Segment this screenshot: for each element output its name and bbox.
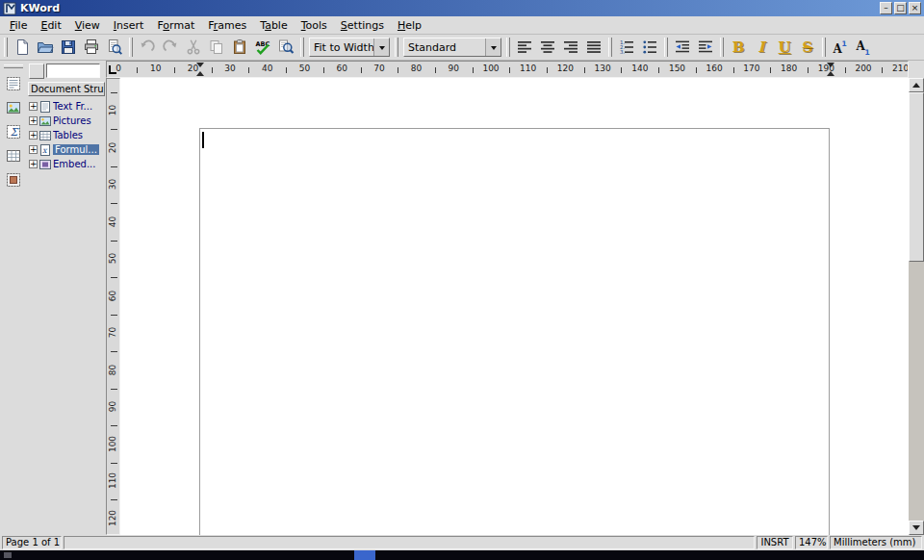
paste-button[interactable] (228, 36, 251, 59)
subscript-button[interactable]: A1 (852, 36, 875, 59)
ruler-label: 90 (108, 395, 120, 419)
ruler-label: 120 (557, 64, 574, 73)
expander-icon[interactable]: + (29, 116, 38, 125)
align-left-icon (516, 38, 533, 56)
menu-edit[interactable]: Edit (34, 17, 67, 34)
menu-insert[interactable]: Insert (107, 17, 151, 34)
toolbar-handle[interactable] (4, 38, 8, 57)
window-controls: –□× (878, 2, 921, 14)
vertical-ruler[interactable]: 102030405060708090100110120 (106, 78, 120, 535)
scroll-up-button[interactable] (909, 78, 924, 92)
insert-picture-frame-button[interactable] (2, 96, 25, 119)
style-combo[interactable]: Standard (403, 38, 501, 57)
ruler-label: 100 (482, 64, 499, 73)
zoom-combo-value: Fit to Width (310, 41, 373, 54)
toolbar-handle[interactable] (608, 38, 612, 57)
tr-table-icon-wrap (39, 130, 51, 141)
horizontal-ruler[interactable]: 0102030405060708090100110120130140150160… (106, 61, 909, 78)
scroll-down-button[interactable] (909, 521, 924, 535)
sidebar-text-input[interactable] (46, 64, 100, 78)
toolbar-handle[interactable] (664, 38, 668, 57)
doc-new-icon (13, 38, 31, 56)
menu-table[interactable]: Table (253, 17, 294, 34)
align-right-button[interactable] (559, 36, 582, 59)
cut-button[interactable] (182, 36, 205, 59)
bold-button[interactable]: B (727, 36, 750, 59)
menu-format[interactable]: Format (150, 17, 201, 34)
new-document-button[interactable] (11, 36, 34, 59)
toolbar-handle[interactable] (129, 38, 133, 57)
ruler-label: 200 (855, 64, 871, 73)
align-center-button[interactable] (536, 36, 559, 59)
zoom-combo[interactable]: Fit to Width (309, 38, 390, 57)
toolbar-handle[interactable] (395, 38, 398, 57)
tree-item-pictures[interactable]: +Pictures (28, 114, 106, 128)
scrollbar-thumb[interactable] (909, 92, 924, 262)
menu-file[interactable]: File (3, 17, 34, 34)
expander-icon[interactable]: + (29, 160, 38, 168)
kword-app-icon[interactable] (3, 2, 16, 15)
insert-formula-frame-button[interactable]: Σ (2, 120, 25, 143)
tree-item-text-fr[interactable]: +Text Fr... (28, 99, 106, 114)
tree-item-embed[interactable]: +Embed... (28, 157, 106, 171)
ruler-label: 50 (299, 64, 310, 73)
ruler-label: 70 (373, 64, 384, 73)
expander-icon[interactable]: + (29, 131, 38, 140)
align-justify-button[interactable] (582, 36, 605, 59)
insert-table-button[interactable] (2, 144, 25, 167)
toolbar-handle[interactable] (300, 38, 304, 57)
apply-input-button[interactable] (29, 64, 44, 79)
underline-button[interactable]: U (773, 36, 796, 59)
redo-button[interactable] (159, 36, 182, 59)
vertical-scrollbar[interactable] (909, 78, 924, 535)
italic-button[interactable]: I (750, 36, 773, 59)
undo-button[interactable] (136, 36, 159, 59)
expander-icon[interactable]: + (29, 102, 38, 111)
copy-button[interactable] (205, 36, 228, 59)
increase-indent-button[interactable] (694, 36, 717, 59)
bullet-list-button[interactable] (638, 36, 661, 59)
superscript-button[interactable]: A1 (829, 36, 852, 59)
ruler-label: 30 (224, 64, 235, 73)
spellcheck-button[interactable]: ABC (251, 36, 274, 59)
save-document-button[interactable] (57, 36, 80, 59)
menu-tools[interactable]: Tools (295, 17, 334, 34)
close-button[interactable]: × (909, 2, 921, 14)
toolbar-handle[interactable] (822, 38, 826, 57)
menu-frames[interactable]: Frames (201, 17, 253, 34)
ruler-label: 50 (108, 247, 120, 270)
document-page[interactable] (199, 128, 830, 535)
chevron-down-icon[interactable] (373, 38, 389, 56)
tree-item-label: Formul... (53, 144, 99, 155)
strikethrough-button[interactable]: S (796, 36, 819, 59)
ruler-label: 10 (150, 64, 161, 73)
chevron-down-icon[interactable] (485, 38, 500, 56)
ruler-label: 60 (108, 284, 120, 307)
toolbar-handle[interactable] (720, 38, 724, 57)
align-justify-icon (585, 38, 603, 56)
menu-settings[interactable]: Settings (334, 17, 391, 34)
print-preview-button[interactable] (103, 36, 126, 59)
decrease-indent-button[interactable] (671, 36, 694, 59)
superscript-icon: A1 (832, 38, 849, 56)
menu-help[interactable]: Help (391, 17, 428, 34)
open-document-button[interactable] (34, 36, 57, 59)
find-button[interactable] (274, 36, 297, 59)
titlebar[interactable]: KWord –□× (0, 0, 924, 16)
numbered-list-button[interactable]: 1.2.3. (615, 36, 638, 59)
expander-icon[interactable]: + (29, 145, 38, 154)
maximize-button[interactable]: □ (894, 2, 907, 14)
align-left-button[interactable] (513, 36, 536, 59)
print-button[interactable] (80, 36, 103, 59)
toolbar-handle[interactable] (4, 64, 23, 68)
menu-view[interactable]: View (68, 17, 107, 34)
toolbar-handle[interactable] (506, 38, 510, 57)
titlebar-drag-area[interactable] (60, 0, 878, 16)
insert-object-frame-button[interactable] (2, 168, 25, 191)
ruler-tick (361, 67, 362, 73)
minimize-button[interactable]: – (880, 2, 892, 14)
insert-text-frame-button[interactable] (2, 72, 25, 95)
document-canvas[interactable] (120, 78, 909, 535)
tree-item-formul[interactable]: +xFormul... (28, 142, 106, 157)
tree-item-tables[interactable]: +Tables (28, 128, 106, 142)
